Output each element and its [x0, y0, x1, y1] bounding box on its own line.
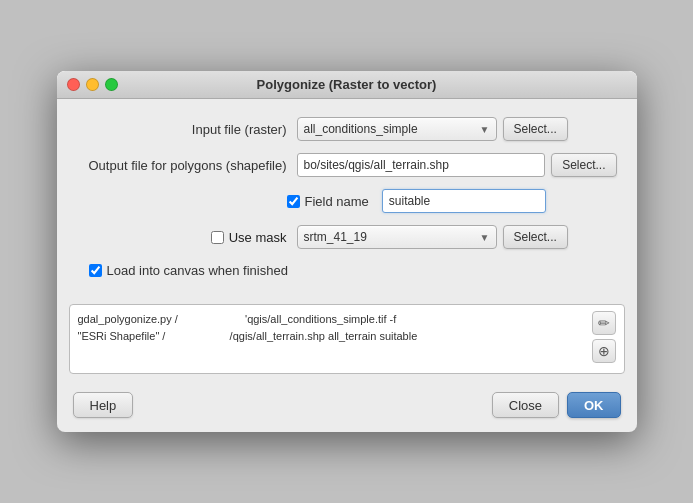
- input-file-controls: all_conditions_simple ▼ Select...: [297, 117, 617, 141]
- command-side-buttons: ✏ ⊕: [592, 311, 616, 367]
- output-file-row: Output file for polygons (shapefile) Sel…: [77, 153, 617, 177]
- help-button[interactable]: Help: [73, 392, 134, 418]
- window-title: Polygonize (Raster to vector): [257, 77, 437, 92]
- use-mask-controls: srtm_41_19 ▼ Select...: [297, 225, 617, 249]
- command-line1: gdal_polygonize.py / 'qgis/all_condition…: [78, 313, 397, 325]
- use-mask-value: srtm_41_19: [304, 230, 476, 244]
- traffic-lights: [67, 78, 118, 91]
- input-file-row: Input file (raster) all_conditions_simpl…: [77, 117, 617, 141]
- footer: Help Close OK: [57, 388, 637, 432]
- load-canvas-label: Load into canvas when finished: [107, 263, 288, 278]
- output-file-label: Output file for polygons (shapefile): [77, 158, 297, 173]
- use-mask-checkbox[interactable]: [211, 231, 224, 244]
- minimize-traffic-light[interactable]: [86, 78, 99, 91]
- use-mask-arrow-icon: ▼: [480, 232, 490, 243]
- input-file-label: Input file (raster): [77, 122, 297, 137]
- close-traffic-light[interactable]: [67, 78, 80, 91]
- input-file-arrow-icon: ▼: [480, 124, 490, 135]
- field-name-label: Field name: [305, 194, 369, 209]
- maximize-traffic-light[interactable]: [105, 78, 118, 91]
- command-line2: "ESRi Shapefile" / /qgis/all_terrain.shp…: [78, 330, 418, 342]
- output-file-input[interactable]: [297, 153, 546, 177]
- edit-command-button[interactable]: ✏: [592, 311, 616, 335]
- output-file-controls: Select...: [297, 153, 617, 177]
- input-file-value: all_conditions_simple: [304, 122, 476, 136]
- select-mask-button[interactable]: Select...: [503, 225, 568, 249]
- footer-right-buttons: Close OK: [492, 392, 621, 418]
- select-input-button[interactable]: Select...: [503, 117, 568, 141]
- pencil-icon: ✏: [598, 315, 610, 331]
- field-name-row: Field name: [77, 189, 617, 213]
- use-mask-label-area: Use mask: [77, 230, 297, 245]
- select-output-button[interactable]: Select...: [551, 153, 616, 177]
- use-mask-dropdown[interactable]: srtm_41_19 ▼: [297, 225, 497, 249]
- field-name-checkbox[interactable]: [287, 195, 300, 208]
- field-name-input[interactable]: [382, 189, 546, 213]
- ok-button[interactable]: OK: [567, 392, 621, 418]
- input-file-dropdown[interactable]: all_conditions_simple ▼: [297, 117, 497, 141]
- titlebar: Polygonize (Raster to vector): [57, 71, 637, 99]
- main-window: Polygonize (Raster to vector) Input file…: [57, 71, 637, 432]
- globe-command-button[interactable]: ⊕: [592, 339, 616, 363]
- load-canvas-checkbox[interactable]: [89, 264, 102, 277]
- command-box: gdal_polygonize.py / 'qgis/all_condition…: [69, 304, 625, 374]
- close-button[interactable]: Close: [492, 392, 559, 418]
- command-text: gdal_polygonize.py / 'qgis/all_condition…: [78, 311, 586, 367]
- load-canvas-row: Load into canvas when finished: [77, 263, 617, 278]
- use-mask-row: Use mask srtm_41_19 ▼ Select...: [77, 225, 617, 249]
- globe-icon: ⊕: [598, 343, 610, 359]
- content-area: Input file (raster) all_conditions_simpl…: [57, 99, 637, 304]
- use-mask-label: Use mask: [229, 230, 287, 245]
- field-name-checkbox-area: Field name: [77, 189, 546, 213]
